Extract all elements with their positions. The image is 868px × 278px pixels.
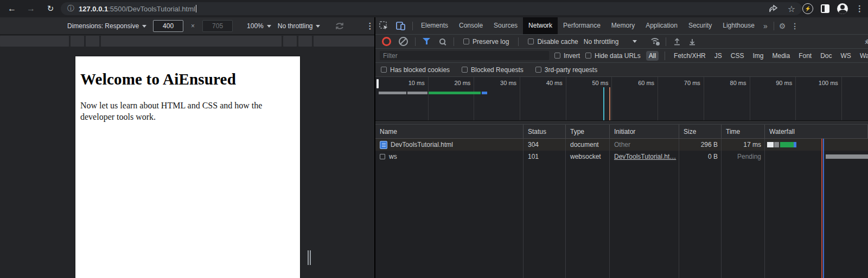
- filter-type-media[interactable]: Media: [769, 51, 793, 61]
- filter-type-doc[interactable]: Doc: [818, 51, 834, 61]
- filter-type-js[interactable]: JS: [712, 51, 725, 61]
- site-info-icon[interactable]: ⓘ: [67, 4, 74, 14]
- column-initiator[interactable]: Initiator: [610, 125, 679, 138]
- devtools-menu-icon[interactable]: ⋮: [791, 22, 799, 30]
- filter-input[interactable]: [380, 51, 549, 60]
- column-time[interactable]: Time: [722, 125, 765, 138]
- has-blocked-cookies-checkbox[interactable]: Has blocked cookies: [381, 66, 450, 74]
- export-har-icon[interactable]: [688, 38, 696, 46]
- url-path: :5500/DevToolsTutorial.html: [108, 5, 195, 13]
- waterfall-cell: [765, 139, 868, 151]
- browser-menu-icon[interactable]: ⋮: [856, 4, 864, 14]
- checkbox-icon: [554, 53, 560, 59]
- media-query-segment[interactable]: [0, 36, 69, 47]
- side-panel-icon[interactable]: [821, 4, 829, 13]
- media-query-segment[interactable]: [101, 36, 282, 47]
- tab-performance[interactable]: Performance: [558, 17, 606, 34]
- third-party-requests-checkbox[interactable]: 3rd-party requests: [535, 66, 597, 74]
- chevron-down-icon: [633, 40, 637, 43]
- tab-network[interactable]: Network: [523, 17, 558, 34]
- filter-type-css[interactable]: CSS: [728, 51, 747, 61]
- domcontentloaded-marker-line: [603, 87, 604, 120]
- import-har-icon[interactable]: [673, 38, 681, 46]
- preserve-log-checkbox[interactable]: Preserve log: [463, 38, 509, 46]
- invert-checkbox[interactable]: Invert: [554, 52, 580, 60]
- page-heading: Welcome to AiEnsured: [80, 71, 296, 88]
- timeline-tick: 10 ms: [382, 77, 429, 120]
- timeline-tick: 100 ms: [796, 77, 842, 120]
- devtools-panel: Elements Console Sources Network Perform…: [374, 17, 868, 278]
- text-caret: [196, 5, 196, 12]
- checkbox-icon: [462, 67, 468, 73]
- devtools-tabbar: Elements Console Sources Network Perform…: [375, 17, 868, 35]
- column-type[interactable]: Type: [566, 125, 610, 138]
- media-query-segment[interactable]: [314, 36, 374, 47]
- filter-type-ws[interactable]: WS: [838, 51, 854, 61]
- divider: [412, 22, 413, 30]
- rotate-viewport-icon[interactable]: [334, 21, 345, 31]
- bookmark-star-icon[interactable]: ☆: [788, 4, 795, 14]
- clear-network-log-icon[interactable]: [399, 37, 408, 46]
- network-throttling-select[interactable]: No throttling: [584, 38, 637, 46]
- network-settings-gear-icon[interactable]: ⚙: [865, 37, 868, 46]
- search-icon[interactable]: [439, 38, 446, 46]
- timeline-tick: 80 ms: [704, 77, 750, 120]
- media-query-segment[interactable]: [71, 36, 84, 47]
- tab-lighthouse[interactable]: Lighthouse: [717, 17, 760, 34]
- back-icon[interactable]: ←: [5, 4, 18, 14]
- table-row[interactable]: DevToolsTutorial.html 304 document Other…: [375, 139, 868, 151]
- column-waterfall[interactable]: Waterfall: [765, 125, 868, 138]
- device-toolbar-menu-icon[interactable]: ⋮: [366, 21, 374, 31]
- viewport-height-input[interactable]: [202, 20, 233, 32]
- filter-type-fetch-xhr[interactable]: Fetch/XHR: [671, 51, 709, 61]
- hide-data-urls-checkbox[interactable]: Hide data URLs: [585, 52, 641, 60]
- toggle-device-toolbar-icon[interactable]: [396, 22, 406, 30]
- waterfall-queue-segment: [767, 142, 774, 147]
- viewport-width-input[interactable]: [153, 20, 183, 32]
- column-name[interactable]: Name: [375, 125, 524, 138]
- filter-type-wasm[interactable]: Wasm: [857, 51, 868, 61]
- table-row[interactable]: ws 101 websocket DevToolsTutorial.ht… 0 …: [375, 151, 868, 163]
- column-status[interactable]: Status: [524, 125, 566, 138]
- media-query-bar: [0, 36, 374, 47]
- timeline-tick: 40 ms: [520, 77, 566, 120]
- filter-type-img[interactable]: Img: [750, 51, 766, 61]
- forward-icon[interactable]: →: [24, 4, 37, 14]
- zoom-select[interactable]: 100%: [247, 22, 271, 30]
- checkbox-icon: [381, 67, 387, 73]
- tab-memory[interactable]: Memory: [606, 17, 640, 34]
- tab-sources[interactable]: Sources: [488, 17, 523, 34]
- column-size[interactable]: Size: [679, 125, 722, 138]
- filter-icon[interactable]: [423, 38, 430, 45]
- profile-avatar[interactable]: [837, 3, 848, 14]
- media-query-segment[interactable]: [298, 36, 312, 47]
- tab-application[interactable]: Application: [640, 17, 683, 34]
- table-empty-area: [375, 163, 868, 278]
- network-conditions-icon[interactable]: [649, 37, 660, 46]
- divider: [665, 51, 665, 60]
- address-bar[interactable]: ⓘ 127.0.0.1:5500/DevToolsTutorial.html ☆: [61, 2, 802, 15]
- device-throttling-select[interactable]: No throttling: [278, 22, 321, 30]
- dimensions-select[interactable]: Dimensions: Responsive: [67, 22, 146, 30]
- share-icon[interactable]: [769, 5, 778, 13]
- initiator-link[interactable]: DevToolsTutorial.ht…: [614, 153, 676, 160]
- viewport-resize-handle[interactable]: [308, 250, 312, 265]
- reload-icon[interactable]: ↻: [44, 4, 57, 14]
- extension-icon[interactable]: ⚡: [802, 3, 813, 14]
- more-tabs-icon[interactable]: »: [760, 22, 771, 30]
- inspect-element-icon[interactable]: [379, 21, 388, 30]
- filter-type-font[interactable]: Font: [796, 51, 814, 61]
- network-overview-timeline[interactable]: 10 ms 20 ms 30 ms 40 ms 50 ms 60 ms 70 m…: [375, 77, 868, 121]
- record-network-log-icon[interactable]: [382, 37, 391, 46]
- media-query-segment[interactable]: [283, 36, 297, 47]
- tab-security[interactable]: Security: [683, 17, 717, 34]
- devtools-settings-icon[interactable]: ⚙: [779, 22, 786, 30]
- waterfall-pending-segment: [826, 154, 868, 159]
- filter-type-all[interactable]: All: [646, 51, 659, 61]
- tab-console[interactable]: Console: [454, 17, 488, 34]
- media-query-segment[interactable]: [86, 36, 99, 47]
- browser-toolbar: ← → ↻ ⓘ 127.0.0.1:5500/DevToolsTutorial.…: [0, 0, 868, 17]
- blocked-requests-checkbox[interactable]: Blocked Requests: [462, 66, 524, 74]
- tab-elements[interactable]: Elements: [416, 17, 454, 34]
- disable-cache-checkbox[interactable]: Disable cache: [528, 38, 578, 46]
